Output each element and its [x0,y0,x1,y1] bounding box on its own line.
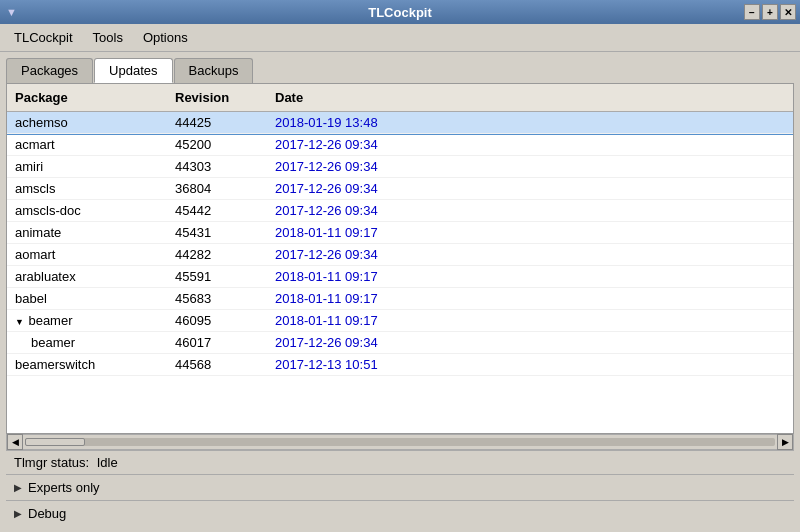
status-label: Tlmgr status: [14,455,89,470]
tab-backups[interactable]: Backups [174,58,254,83]
col-header-date: Date [267,88,793,107]
window-title: TLCockpit [368,5,432,20]
col-header-revision: Revision [167,88,267,107]
main-area: Packages Updates Backups Package Revisio… [0,52,800,532]
cell-revision: 45431 [167,222,267,243]
cell-package: ▼ beamer [7,310,167,331]
maximize-button[interactable]: + [762,4,778,20]
cell-date: 2017-12-26 09:34 [267,244,793,265]
tab-updates[interactable]: Updates [94,58,172,83]
cell-package: amscls-doc [7,200,167,221]
table-row[interactable]: ▼ beamer460952018-01-11 09:17 [7,310,793,332]
cell-package: babel [7,288,167,309]
cell-revision: 45442 [167,200,267,221]
cell-date: 2017-12-26 09:34 [267,332,793,353]
debug-section[interactable]: ▶ Debug [6,500,794,526]
updates-table: Package Revision Date achemso444252018-0… [6,83,794,434]
scroll-track[interactable] [25,438,775,446]
tab-packages[interactable]: Packages [6,58,93,83]
cell-revision: 45683 [167,288,267,309]
cell-package: aomart [7,244,167,265]
cell-revision: 46095 [167,310,267,331]
cell-date: 2018-01-19 13:48 [267,112,793,133]
table-row[interactable]: aomart442822017-12-26 09:34 [7,244,793,266]
close-button[interactable]: ✕ [780,4,796,20]
cell-date: 2017-12-13 10:51 [267,354,793,375]
cell-revision: 46017 [167,332,267,353]
status-bar: Tlmgr status: Idle [6,450,794,474]
cell-date: 2018-01-11 09:17 [267,222,793,243]
debug-arrow: ▶ [14,508,22,519]
title-bar: ▼ TLCockpit − + ✕ [0,0,800,24]
menu-tools[interactable]: Tools [83,26,133,49]
table-row[interactable]: beamer460172017-12-26 09:34 [7,332,793,354]
horizontal-scrollbar[interactable]: ◀ ▶ [6,434,794,450]
menu-bar: TLCockpit Tools Options [0,24,800,52]
table-row[interactable]: acmart452002017-12-26 09:34 [7,134,793,156]
status-value: Idle [97,455,118,470]
table-header: Package Revision Date [7,84,793,112]
experts-only-section[interactable]: ▶ Experts only [6,474,794,500]
cell-date: 2017-12-26 09:34 [267,178,793,199]
cell-package: animate [7,222,167,243]
cell-package: beamerswitch [7,354,167,375]
cell-date: 2017-12-26 09:34 [267,156,793,177]
table-row[interactable]: animate454312018-01-11 09:17 [7,222,793,244]
experts-only-arrow: ▶ [14,482,22,493]
table-row[interactable]: amscls368042017-12-26 09:34 [7,178,793,200]
cell-revision: 44425 [167,112,267,133]
col-header-package: Package [7,88,167,107]
cell-package: arabluatex [7,266,167,287]
table-row[interactable]: arabluatex455912018-01-11 09:17 [7,266,793,288]
table-body[interactable]: achemso444252018-01-19 13:48acmart452002… [7,112,793,433]
debug-label: Debug [28,506,66,521]
table-row[interactable]: amiri443032017-12-26 09:34 [7,156,793,178]
cell-revision: 44282 [167,244,267,265]
cell-package: achemso [7,112,167,133]
cell-date: 2017-12-26 09:34 [267,134,793,155]
cell-revision: 45591 [167,266,267,287]
cell-date: 2018-01-11 09:17 [267,266,793,287]
window-controls: − + ✕ [744,4,796,20]
cell-revision: 44303 [167,156,267,177]
expand-arrow-icon: ▼ [15,317,26,327]
cell-package: acmart [7,134,167,155]
menu-options[interactable]: Options [133,26,198,49]
cell-revision: 44568 [167,354,267,375]
app-icon: ▼ [6,6,17,18]
table-row[interactable]: achemso444252018-01-19 13:48 [7,112,793,134]
scroll-thumb[interactable] [25,438,85,446]
cell-package: beamer [7,332,167,353]
scroll-right-arrow[interactable]: ▶ [777,434,793,450]
cell-revision: 45200 [167,134,267,155]
cell-date: 2018-01-11 09:17 [267,288,793,309]
menu-tlcockpit[interactable]: TLCockpit [4,26,83,49]
cell-package: amscls [7,178,167,199]
table-row[interactable]: babel456832018-01-11 09:17 [7,288,793,310]
cell-date: 2018-01-11 09:17 [267,310,793,331]
scroll-left-arrow[interactable]: ◀ [7,434,23,450]
cell-date: 2017-12-26 09:34 [267,200,793,221]
minimize-button[interactable]: − [744,4,760,20]
experts-only-label: Experts only [28,480,100,495]
table-row[interactable]: amscls-doc454422017-12-26 09:34 [7,200,793,222]
cell-package: amiri [7,156,167,177]
tab-bar: Packages Updates Backups [6,58,794,83]
table-row[interactable]: beamerswitch445682017-12-13 10:51 [7,354,793,376]
cell-revision: 36804 [167,178,267,199]
